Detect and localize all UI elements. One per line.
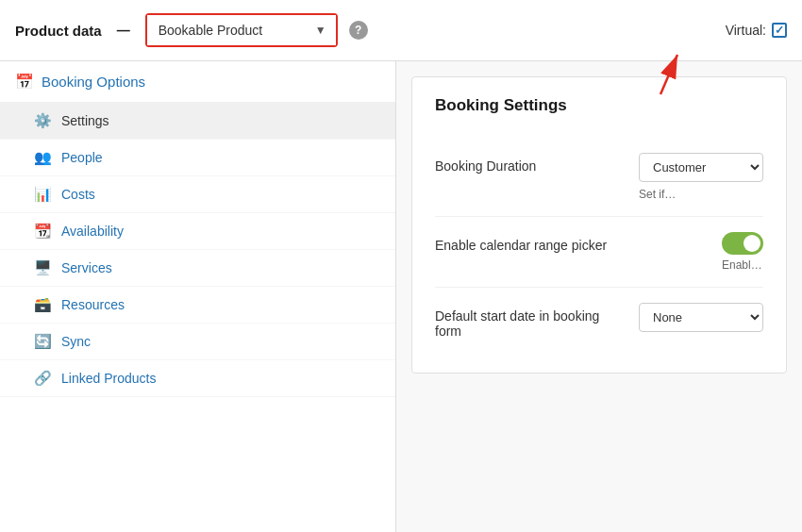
booking-duration-hint: Set if… (639, 188, 763, 201)
booking-settings-title: Booking Settings (435, 96, 763, 115)
sidebar-item-settings[interactable]: ⚙️ Settings (0, 103, 395, 140)
default-start-date-label: Default start date in booking form (435, 303, 624, 339)
default-start-date-select[interactable]: None Today (639, 303, 763, 332)
product-type-selector[interactable]: Bookable Product Simple product Grouped … (145, 13, 338, 47)
services-icon: 🖥️ (34, 259, 52, 276)
sidebar-item-costs[interactable]: 📊 Costs (0, 176, 395, 213)
people-icon: 👥 (34, 149, 52, 166)
calendar-range-label: Enable calendar range picker (435, 232, 707, 253)
costs-icon: 📊 (34, 186, 52, 203)
settings-icon: ⚙️ (34, 112, 52, 129)
booking-options-label: Booking Options (42, 74, 145, 90)
sidebar-resources-label: Resources (61, 297, 125, 312)
sidebar-availability-label: Availability (61, 224, 124, 239)
content-area: Booking Settings Booking Duration Custom… (396, 61, 802, 532)
sidebar-item-services[interactable]: 🖥️ Services (0, 250, 395, 287)
calendar-range-control: Enabl… (722, 232, 763, 272)
main-layout: 📅 Booking Options ⚙️ Settings 👥 People 📊… (0, 61, 802, 532)
calendar-icon: 📅 (15, 73, 34, 91)
calendar-range-hint: Enabl… (722, 258, 763, 272)
sidebar: 📅 Booking Options ⚙️ Settings 👥 People 📊… (0, 61, 396, 532)
availability-icon: 📆 (34, 223, 52, 240)
sidebar-linked-label: Linked Products (61, 371, 156, 386)
sync-icon: 🔄 (34, 333, 52, 350)
sidebar-services-label: Services (61, 260, 112, 275)
booking-duration-control: Customer Fixed Set if… (639, 153, 763, 201)
sidebar-booking-options[interactable]: 📅 Booking Options (0, 61, 395, 103)
product-data-header: Product data — Bookable Product Simple p… (0, 0, 802, 61)
sidebar-item-resources[interactable]: 🗃️ Resources (0, 287, 395, 324)
checkmark-icon: ✓ (775, 24, 784, 37)
booking-duration-row: Booking Duration Customer Fixed Set if… (435, 138, 763, 217)
help-icon[interactable]: ? (349, 21, 368, 40)
sidebar-item-people[interactable]: 👥 People (0, 140, 395, 176)
booking-duration-label: Booking Duration (435, 153, 624, 174)
virtual-field: Virtual: ✓ (726, 23, 787, 38)
sidebar-item-linked-products[interactable]: 🔗 Linked Products (0, 360, 395, 397)
default-start-date-row: Default start date in booking form None … (435, 288, 763, 354)
product-data-label: Product data (15, 23, 102, 39)
sidebar-people-label: People (61, 150, 103, 165)
sidebar-sync-label: Sync (61, 334, 91, 349)
resources-icon: 🗃️ (34, 296, 52, 313)
sidebar-settings-label: Settings (61, 113, 109, 128)
virtual-label-text: Virtual: (726, 23, 766, 38)
booking-duration-select[interactable]: Customer Fixed (639, 153, 763, 182)
sidebar-item-availability[interactable]: 📆 Availability (0, 213, 395, 250)
sidebar-costs-label: Costs (61, 187, 95, 202)
calendar-range-toggle[interactable] (722, 232, 763, 255)
calendar-range-row: Enable calendar range picker Enabl… (435, 217, 763, 288)
virtual-checkbox[interactable]: ✓ (772, 23, 787, 38)
header-dash: — (117, 23, 130, 38)
linked-icon: 🔗 (34, 370, 52, 387)
sidebar-item-sync[interactable]: 🔄 Sync (0, 324, 395, 360)
default-start-date-control: None Today (639, 303, 763, 332)
booking-settings-panel: Booking Settings Booking Duration Custom… (411, 76, 787, 374)
product-type-select[interactable]: Bookable Product Simple product Grouped … (147, 15, 336, 45)
